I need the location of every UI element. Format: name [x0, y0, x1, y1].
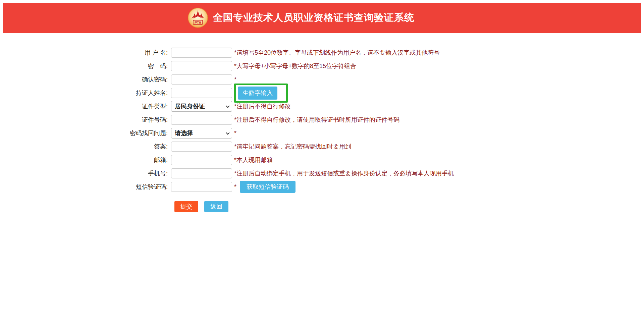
- password-input[interactable]: [171, 61, 232, 71]
- rare-character-button[interactable]: 生僻字输入: [238, 87, 277, 100]
- field-label: 持证人姓名:: [3, 89, 171, 97]
- field-label: 短信验证码:: [3, 183, 171, 191]
- form-row-email: 邮箱: *本人现用邮箱: [3, 153, 641, 167]
- registration-form: 用 户 名: *请填写5至20位数字、字母或下划线作为用户名，请不要输入汉字或其…: [3, 46, 641, 212]
- highlight-box: 生僻字输入: [234, 84, 288, 103]
- sms-code-input[interactable]: [171, 182, 232, 192]
- page-title: 全国专业技术人员职业资格证书查询验证系统: [213, 11, 414, 24]
- form-row-holder-name: 持证人姓名: 生僻字输入: [3, 86, 641, 100]
- username-input[interactable]: [171, 48, 232, 58]
- field-hint: *注册后自动绑定手机，用于发送短信或重要操作身份认定，务必填写本人现用手机: [234, 169, 454, 177]
- field-hint: *注册后不得自行修改: [234, 102, 291, 110]
- form-row-confirm-password: 确认密码: *: [3, 73, 641, 86]
- field-hint: *大写字母+小写字母+数字的8至15位字符组合: [234, 62, 356, 70]
- field-label: 证件号码:: [3, 116, 171, 124]
- form-row-answer: 答案: *请牢记问题答案，忘记密码需找回时要用到: [3, 140, 641, 153]
- answer-input[interactable]: [171, 142, 232, 152]
- id-type-select[interactable]: 居民身份证: [171, 101, 232, 112]
- site-header: PTA 全国专业技术人员职业资格证书查询验证系统: [3, 3, 641, 33]
- field-label: 证件类型:: [3, 102, 171, 110]
- required-asterisk: *: [234, 76, 236, 83]
- field-label: 用 户 名:: [3, 49, 171, 57]
- form-row-id-type: 证件类型: 居民身份证 *注册后不得自行修改: [3, 100, 641, 113]
- form-row-sms-code: 短信验证码: * 获取短信验证码: [3, 180, 641, 194]
- form-row-security-question: 密码找回问题: 请选择 *: [3, 126, 641, 140]
- field-label: 密 码:: [3, 62, 171, 70]
- submit-button[interactable]: 提交: [174, 201, 198, 212]
- field-hint: *请牢记问题答案，忘记密码需找回时要用到: [234, 143, 351, 151]
- svg-text:PTA: PTA: [195, 21, 201, 24]
- field-label: 邮箱:: [3, 156, 171, 164]
- field-hint: *注册后不得自行修改，请使用取得证书时所用证件的证件号码: [234, 116, 399, 124]
- confirm-password-input[interactable]: [171, 74, 232, 85]
- id-number-input[interactable]: [171, 115, 232, 125]
- get-sms-code-button[interactable]: 获取短信验证码: [240, 181, 296, 193]
- required-asterisk: *: [234, 130, 236, 137]
- form-actions: 提交 返回: [174, 201, 641, 212]
- field-hint: *请填写5至20位数字、字母或下划线作为用户名，请不要输入汉字或其他符号: [234, 49, 440, 57]
- security-question-select-wrap: 请选择: [171, 128, 232, 139]
- id-type-select-wrap: 居民身份证: [171, 101, 232, 112]
- form-row-mobile: 手机号: *注册后自动绑定手机，用于发送短信或重要操作身份认定，务必填写本人现用…: [3, 167, 641, 180]
- field-hint: *本人现用邮箱: [234, 156, 273, 164]
- field-label: 确认密码:: [3, 75, 171, 84]
- form-row-id-number: 证件号码: *注册后不得自行修改，请使用取得证书时所用证件的证件号码: [3, 113, 641, 126]
- page: PTA 全国专业技术人员职业资格证书查询验证系统 用 户 名: *请填写5至20…: [3, 3, 641, 212]
- security-question-select[interactable]: 请选择: [171, 128, 232, 139]
- form-row-username: 用 户 名: *请填写5至20位数字、字母或下划线作为用户名，请不要输入汉字或其…: [3, 46, 641, 59]
- mobile-input[interactable]: [171, 168, 232, 178]
- holder-name-input[interactable]: [171, 88, 232, 98]
- email-input[interactable]: [171, 155, 232, 165]
- required-asterisk: *: [234, 183, 236, 190]
- field-label: 密码找回问题:: [3, 129, 171, 137]
- back-button[interactable]: 返回: [204, 201, 228, 212]
- form-row-password: 密 码: *大写字母+小写字母+数字的8至15位字符组合: [3, 59, 641, 73]
- pta-logo: PTA: [188, 8, 208, 28]
- field-label: 答案:: [3, 143, 171, 151]
- field-label: 手机号:: [3, 169, 171, 177]
